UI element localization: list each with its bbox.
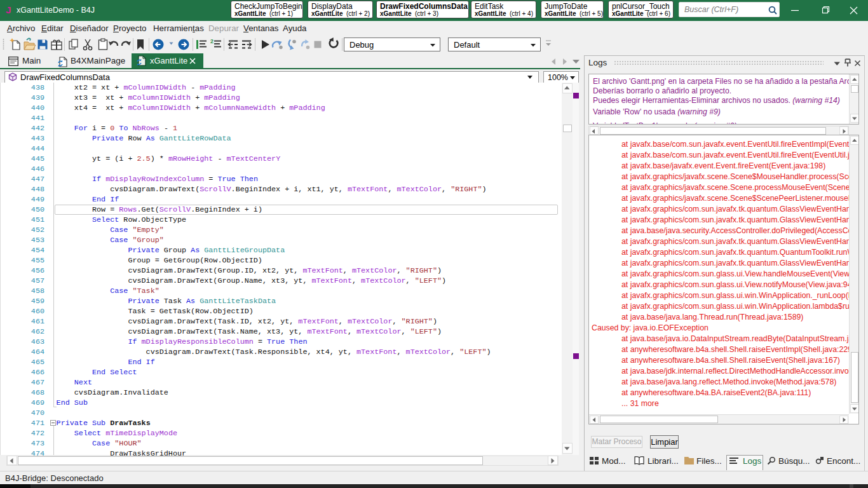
svg-text:2: 2 bbox=[210, 38, 214, 44]
